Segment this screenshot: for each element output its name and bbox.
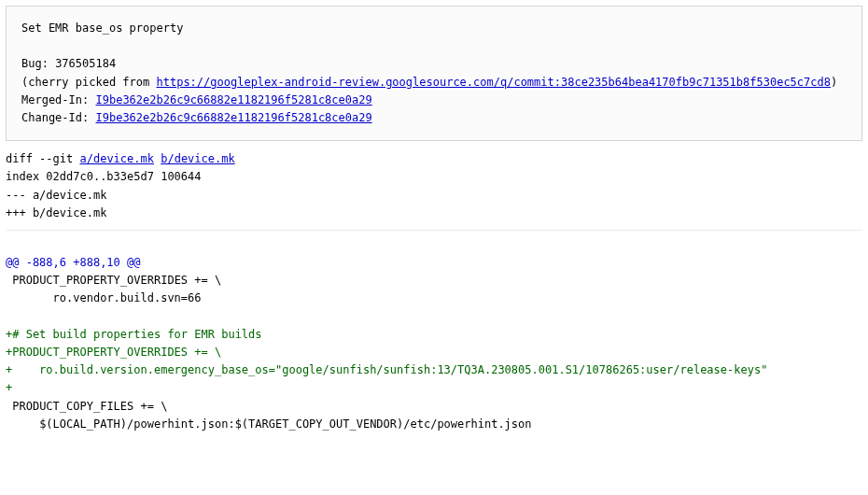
merged-in-link[interactable]: I9be362e2b26c9c66882e1182196f5281c8ce0a2… (95, 93, 371, 106)
diff-context-line: ro.vendor.build.svn=66 (6, 291, 202, 304)
diff-file-b-link[interactable]: b/device.mk (161, 152, 234, 165)
diff-added-line: + (6, 381, 12, 394)
diff-added-line: +# Set build properties for EMR builds (6, 328, 262, 341)
diff-plus-line: +++ b/device.mk (6, 206, 106, 219)
cherry-pick-link[interactable]: https://googleplex-android-review.google… (157, 76, 831, 89)
diff-separator (6, 230, 862, 231)
diff-context-line: $(LOCAL_PATH)/powerhint.json:$(TARGET_CO… (6, 417, 532, 431)
bug-id: 376505184 (55, 57, 116, 70)
change-id-label: Change-Id: (21, 111, 95, 124)
diff-file-a-link[interactable]: a/device.mk (79, 152, 153, 165)
commit-title: Set EMR base_os property (21, 21, 183, 35)
diff-context-line: PRODUCT_COPY_FILES += \ (6, 400, 167, 413)
diff-context-line: PRODUCT_PROPERTY_OVERRIDES += \ (6, 274, 221, 287)
merged-in-label: Merged-In: (21, 93, 95, 106)
diff-header-prefix: diff --git (6, 152, 79, 165)
diff-index-line: index 02dd7c0..b33e5d7 100644 (6, 170, 202, 183)
diff-minus-line: --- a/device.mk (6, 189, 106, 202)
diff-added-line: +PRODUCT_PROPERTY_OVERRIDES += \ (6, 346, 221, 359)
diff-body: diff --git a/device.mk b/device.mk index… (0, 147, 868, 445)
commit-message-box: Set EMR base_os property Bug: 376505184 … (6, 6, 862, 141)
bug-label: Bug: (21, 57, 55, 70)
diff-added-line: + ro.build.version.emergency_base_os="go… (6, 363, 767, 376)
change-id-link[interactable]: I9be362e2b26c9c66882e1182196f5281c8ce0a2… (95, 111, 371, 124)
cherry-pick-suffix: ) (831, 76, 837, 89)
cherry-pick-prefix: (cherry picked from (21, 76, 157, 89)
diff-hunk-header: @@ -888,6 +888,10 @@ (6, 256, 141, 269)
